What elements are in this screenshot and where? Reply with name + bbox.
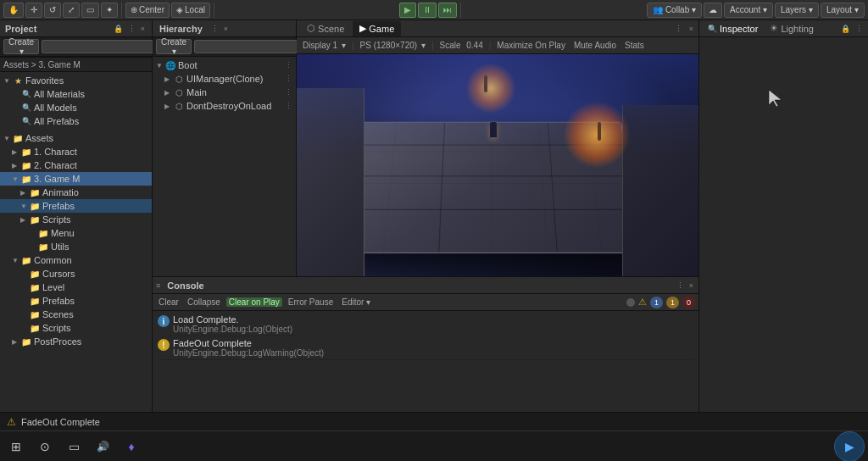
all-prefabs-item[interactable]: 🔍 All Prefabs <box>0 114 152 128</box>
dontdestroy-menu-icon: ⋮ <box>285 102 292 110</box>
hand-tool-btn[interactable]: ✋ <box>3 3 24 18</box>
windows-btn[interactable]: ⊞ <box>3 434 29 459</box>
account-btn[interactable]: Account ▾ <box>724 3 773 18</box>
project-close-btn[interactable]: × <box>139 25 147 33</box>
cursors-item[interactable]: 📁 Cursors <box>0 267 152 280</box>
uimanager-item[interactable]: ▶ ⬡ UIManager(Clone) ⋮ <box>153 72 296 86</box>
console-entry-1[interactable]: ! FadeOut Complete UnityEngine.Debug:Log… <box>156 336 695 360</box>
all-models-item[interactable]: 🔍 All Models <box>0 101 152 114</box>
animatio-item[interactable]: ▶ 📁 Animatio <box>0 186 152 199</box>
scenes-item[interactable]: 📁 Scenes <box>0 308 152 321</box>
common-item[interactable]: ▼ 📁 Common <box>0 253 152 267</box>
console-toolbar: Clear Collapse Clear on Play Error Pause… <box>153 294 698 311</box>
taskbar: ⊞ ⊙ ▭ 🔊 ♦ ▶ <box>0 430 868 461</box>
assets-label: Assets <box>25 133 53 143</box>
rect-tool-btn[interactable]: ▭ <box>81 3 99 18</box>
assets-arrow: ▼ <box>3 135 12 142</box>
error-pause-btn[interactable]: Error Pause <box>286 297 336 307</box>
scenes-folder-icon: 📁 <box>29 309 41 319</box>
scale-tool-btn[interactable]: ⤢ <box>63 3 80 18</box>
collapse-btn[interactable]: Collapse <box>185 297 223 307</box>
layers-btn[interactable]: Layers ▾ <box>775 3 819 18</box>
menu-folder-icon: 📁 <box>37 228 49 238</box>
center-btn[interactable]: ⊕ Center <box>125 3 170 18</box>
maximize-btn[interactable]: Maximize On Play <box>494 41 568 50</box>
menu-item[interactable]: 📁 Menu <box>0 226 152 240</box>
resolution-selector[interactable]: PS (1280×720) ▾ <box>358 41 428 50</box>
project-menu-btn[interactable]: ⋮ <box>126 25 137 33</box>
char2-item[interactable]: ▶ 📁 2. Charact <box>0 158 152 172</box>
lighting-tab[interactable]: ☀ Lighting <box>765 21 819 36</box>
status-bar: ⚠ FadeOut Complete <box>0 412 868 430</box>
local-btn[interactable]: ◈ Local <box>171 3 210 18</box>
favorites-header[interactable]: ▼ ★ Favorites <box>0 74 152 87</box>
step-btn[interactable]: ⏭ <box>438 3 457 18</box>
search-btn[interactable]: ⊙ <box>32 434 58 459</box>
scene-tab[interactable]: ⬡ Scene <box>300 21 351 36</box>
char1-item[interactable]: ▶ 📁 1. Charact <box>0 145 152 158</box>
console-dot <box>626 298 635 307</box>
mute-btn[interactable]: Mute Audio <box>571 41 619 50</box>
status-text: FadeOut Complete <box>21 417 861 427</box>
common-prefabs-item[interactable]: 📁 Prefabs <box>0 294 152 308</box>
project-lock-btn[interactable]: 🔒 <box>112 25 125 33</box>
taskview-btn[interactable]: ▭ <box>61 434 86 459</box>
layout-btn[interactable]: Layout ▾ <box>821 3 865 18</box>
console-entry-0[interactable]: i Load Complete. UnityEngine.Debug:Log(O… <box>156 313 695 336</box>
inspector-menu-btn[interactable]: ⋮ <box>854 25 865 33</box>
scene-toolbar: Display 1 ▾ | PS (1280×720) ▾ | Scale 0.… <box>297 37 698 54</box>
game-tab[interactable]: ▶ Game <box>353 21 401 36</box>
editor-btn[interactable]: Editor ▾ <box>339 297 373 307</box>
scene-lock-btn[interactable]: ⋮ <box>673 25 684 33</box>
console-close-btn[interactable]: × <box>687 281 695 290</box>
common-scripts-item[interactable]: 📁 Scripts <box>0 321 152 335</box>
dontdestroy-item[interactable]: ▶ ⬡ DontDestroyOnLoad ⋮ <box>153 99 296 113</box>
cloud-btn[interactable]: ☁ <box>704 3 722 18</box>
char2-label: 2. Charact <box>34 160 77 170</box>
hierarchy-search-input[interactable] <box>194 40 310 53</box>
collab-btn[interactable]: 👥 Collab ▾ <box>647 3 702 18</box>
project-create-btn[interactable]: Create ▾ <box>3 39 39 54</box>
char2-arrow: ▶ <box>12 162 20 169</box>
clear-on-play-btn[interactable]: Clear on Play <box>226 297 282 307</box>
console-title: Console <box>164 280 207 291</box>
hierarchy-create-btn[interactable]: Create ▾ <box>156 39 192 54</box>
animatio-arrow: ▶ <box>20 189 29 197</box>
inspector-lock-btn[interactable]: 🔒 <box>839 25 852 33</box>
hierarchy-menu-btn[interactable]: ⋮ <box>209 25 220 33</box>
level-item[interactable]: 📁 Level <box>0 280 152 294</box>
pause-btn[interactable]: ⏸ <box>418 3 437 18</box>
utils-item[interactable]: 📁 Utils <box>0 240 152 253</box>
hierarchy-close-btn[interactable]: × <box>222 25 230 33</box>
play-btn[interactable]: ▶ <box>399 3 416 18</box>
display-selector[interactable]: Display 1 ▾ <box>300 41 348 50</box>
console-menu-btn[interactable]: ⋮ <box>675 281 686 290</box>
console-right-controls: ⚠ 1 1 0 <box>626 297 695 308</box>
main-area: Project 🔒 ⋮ × Create ▾ 🔍 Assets > 3. Gam… <box>0 20 868 412</box>
postproces-label: PostProces <box>34 336 81 347</box>
stats-btn[interactable]: Stats <box>622 41 647 50</box>
toolbar-divider-2: | <box>431 41 434 50</box>
fab-btn[interactable]: ▶ <box>834 431 865 462</box>
scene-game-area: ⬡ Scene ▶ Game ⋮ × Display 1 ▾ | <box>297 20 698 276</box>
project-search-input[interactable] <box>42 40 158 53</box>
main-item[interactable]: ▶ ⬡ Main ⋮ <box>153 86 296 99</box>
inspector-tab[interactable]: 🔍 Inspector <box>703 21 763 36</box>
clear-btn[interactable]: Clear <box>156 297 181 307</box>
prefabs-item[interactable]: ▼ 📁 Prefabs <box>0 199 152 213</box>
game-m-item[interactable]: ▼ 📁 3. Game M <box>0 172 152 186</box>
boot-item[interactable]: ▼ 🌐 Boot ⋮ <box>153 58 296 72</box>
scene-close-btn[interactable]: × <box>687 25 695 33</box>
move-tool-btn[interactable]: ✛ <box>25 3 42 18</box>
unity-audio-btn[interactable]: 🔊 <box>90 434 115 459</box>
console-header-controls: ⋮ × <box>675 281 695 290</box>
postproces-item[interactable]: ▶ 📁 PostProces <box>0 335 152 348</box>
all-materials-item[interactable]: 🔍 All Materials <box>0 87 152 101</box>
project-panel-header: Project 🔒 ⋮ × <box>0 20 152 37</box>
main-arrow: ▶ <box>164 89 173 97</box>
transform-tool-btn[interactable]: ✦ <box>101 3 118 18</box>
assets-header[interactable]: ▼ 📁 Assets <box>0 131 152 145</box>
scripts-item[interactable]: ▶ 📁 Scripts <box>0 213 152 226</box>
vs-btn[interactable]: ♦ <box>119 434 144 459</box>
rotate-tool-btn[interactable]: ↺ <box>44 3 61 18</box>
